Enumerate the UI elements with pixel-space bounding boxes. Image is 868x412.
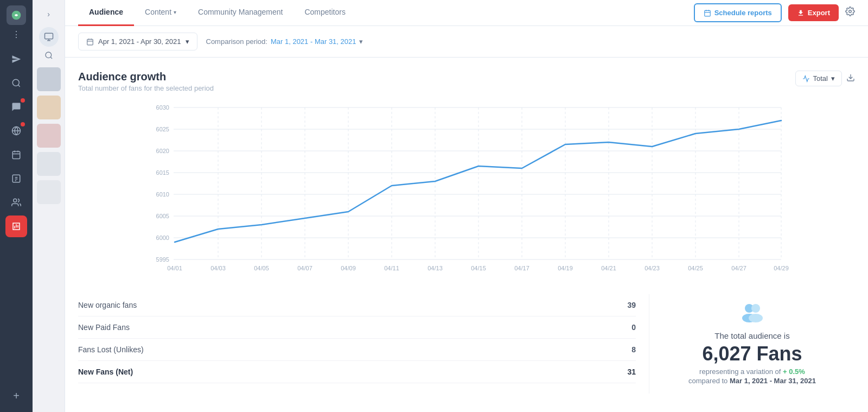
svg-line-16: [50, 57, 52, 59]
tab-content[interactable]: Content ▾: [134, 0, 187, 26]
sidebar-item-publish[interactable]: [5, 48, 27, 70]
export-icon: [797, 9, 805, 17]
svg-point-1: [12, 79, 19, 86]
app-logo[interactable]: [7, 5, 26, 25]
left-panel-items: [33, 66, 65, 205]
nav-actions: Schedule reports Export: [694, 3, 855, 22]
left-panel-search-icon[interactable]: [44, 51, 53, 62]
svg-text:04/25: 04/25: [688, 265, 703, 271]
svg-text:6000: 6000: [156, 234, 169, 241]
svg-text:04/21: 04/21: [601, 265, 616, 271]
sidebar-item-tasks[interactable]: [5, 168, 27, 189]
left-panel: ›: [33, 0, 65, 412]
total-audience-label: The total audience is: [714, 331, 789, 340]
stats-left: New organic fans 39 New Paid Fans 0 Fans…: [78, 294, 649, 394]
chart-controls: Total ▾: [795, 71, 855, 86]
top-navigation: Audience Content ▾ Community Management …: [65, 0, 868, 26]
svg-text:04/05: 04/05: [254, 265, 269, 271]
svg-text:5995: 5995: [156, 256, 169, 263]
sidebar-item-search[interactable]: [5, 72, 27, 94]
svg-rect-22: [87, 39, 93, 45]
settings-icon[interactable]: [845, 7, 855, 19]
line-chart-icon: [802, 75, 810, 83]
svg-line-2: [18, 85, 20, 86]
left-panel-item[interactable]: [37, 152, 61, 176]
left-panel-item[interactable]: [37, 180, 61, 204]
chart-title-section: Audience growth Total number of fans for…: [78, 71, 214, 92]
svg-text:6030: 6030: [156, 104, 169, 111]
svg-text:04/11: 04/11: [384, 265, 399, 271]
date-range-button[interactable]: Apr 1, 2021 - Apr 30, 2021 ▾: [78, 33, 197, 50]
svg-text:6020: 6020: [156, 148, 169, 154]
expand-arrow-icon[interactable]: ›: [43, 5, 54, 23]
comparison-text: compared to Mar 1, 2021 - Mar 31, 2021: [688, 377, 816, 385]
total-dropdown-button[interactable]: Total ▾: [795, 71, 842, 86]
nav-tabs: Audience Content ▾ Community Management …: [78, 0, 694, 26]
chart-title: Audience growth: [78, 71, 214, 83]
profile-avatar[interactable]: [39, 27, 59, 47]
comparison-period[interactable]: Comparison period: Mar 1, 2021 - Mar 31,…: [206, 37, 363, 46]
engage-badge: [21, 98, 25, 103]
sidebar-item-listen[interactable]: [5, 120, 27, 142]
chart-container: Audience growth Total number of fans for…: [65, 58, 868, 412]
sidebar-item-reports[interactable]: [5, 215, 27, 237]
tab-community-management[interactable]: Community Management: [187, 0, 293, 26]
date-bar: Apr 1, 2021 - Apr 30, 2021 ▾ Comparison …: [65, 26, 868, 58]
variation-text: representing a variation of + 0.5%: [699, 367, 805, 376]
svg-text:04/01: 04/01: [167, 265, 182, 271]
variation-value: + 0.5%: [783, 367, 805, 376]
sidebar-item-engage[interactable]: [5, 96, 27, 118]
tab-competitors[interactable]: Competitors: [293, 0, 356, 26]
svg-rect-14: [44, 33, 53, 39]
left-panel-item[interactable]: [37, 67, 61, 91]
stat-row-paid: New Paid Fans 0: [78, 316, 636, 339]
sidebar-navigation: [5, 48, 27, 381]
add-button[interactable]: +: [5, 385, 27, 407]
svg-text:6015: 6015: [156, 169, 169, 176]
stats-right: The total audience is 6,027 Fans represe…: [649, 294, 855, 394]
svg-point-73: [751, 304, 760, 313]
left-panel-item[interactable]: [37, 96, 61, 119]
stats-section: New organic fans 39 New Paid Fans 0 Fans…: [78, 281, 855, 407]
svg-text:04/07: 04/07: [297, 265, 312, 271]
svg-point-75: [749, 314, 763, 322]
line-chart: 6030 6025 6020 6015 6010 6005 6000 5995: [78, 97, 855, 281]
date-range-chevron-icon: ▾: [186, 37, 189, 46]
svg-point-13: [14, 199, 17, 202]
main-content: Audience Content ▾ Community Management …: [65, 0, 868, 412]
svg-text:04/03: 04/03: [210, 265, 226, 271]
fans-count: 6,027 Fans: [702, 343, 802, 365]
svg-point-21: [849, 10, 852, 13]
schedule-reports-button[interactable]: Schedule reports: [694, 3, 782, 22]
stat-row-lost: Fans Lost (Unlikes) 8: [78, 339, 636, 361]
svg-text:04/23: 04/23: [644, 265, 660, 271]
export-button[interactable]: Export: [788, 4, 839, 21]
svg-point-15: [46, 52, 52, 58]
listen-badge: [21, 122, 25, 126]
tab-audience[interactable]: Audience: [78, 0, 134, 26]
svg-text:04/09: 04/09: [341, 265, 356, 271]
svg-text:04/13: 04/13: [427, 265, 443, 271]
svg-text:04/29: 04/29: [774, 265, 789, 271]
fans-icon: [742, 303, 763, 327]
schedule-icon: [704, 9, 711, 17]
svg-rect-17: [704, 10, 710, 16]
more-options-icon[interactable]: ⋮: [12, 29, 21, 40]
content-chevron-icon: ▾: [174, 9, 176, 15]
svg-text:6010: 6010: [156, 191, 169, 198]
calendar-icon: [86, 38, 94, 46]
left-panel-item[interactable]: [37, 124, 61, 148]
stat-row-net: New Fans (Net) 31: [78, 361, 636, 383]
chart-line: [175, 121, 781, 242]
svg-text:6005: 6005: [156, 213, 169, 219]
sidebar: ⋮ +: [0, 0, 33, 412]
download-icon[interactable]: [846, 73, 855, 84]
stat-row-organic: New organic fans 39: [78, 294, 636, 316]
svg-text:04/27: 04/27: [731, 265, 746, 271]
sidebar-item-people[interactable]: [5, 192, 27, 213]
chart-subtitle: Total number of fans for the selected pe…: [78, 84, 214, 92]
svg-text:04/15: 04/15: [471, 265, 486, 271]
sidebar-item-calendar[interactable]: [5, 144, 27, 166]
svg-text:6025: 6025: [156, 126, 169, 132]
comparison-chevron-icon: ▾: [359, 37, 363, 46]
